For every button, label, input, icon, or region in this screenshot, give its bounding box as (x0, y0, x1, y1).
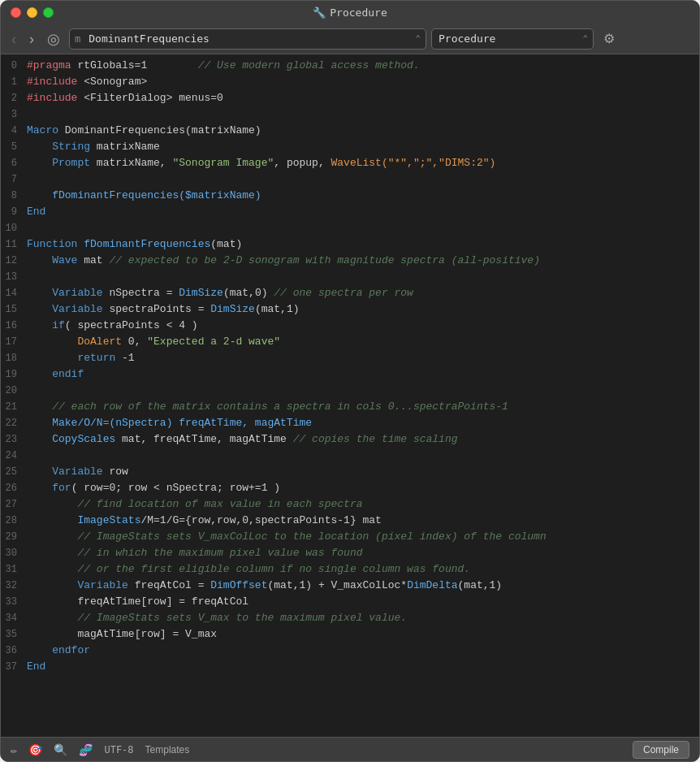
minimize-button[interactable] (27, 7, 37, 18)
line-content[interactable]: End (27, 659, 699, 675)
igor-icon[interactable]: 🧬 (79, 743, 93, 756)
toolbar: ‹ › ◎ m DominantFrequencies ⌃ Procedure … (1, 24, 699, 54)
line-number: 16 (1, 318, 27, 334)
line-content[interactable]: Macro DominantFrequencies(matrixName) (27, 123, 699, 139)
table-row: 15 Variable spectraPoints = DimSize(mat,… (1, 301, 699, 318)
line-content[interactable]: #include <Sonogram> (27, 74, 699, 90)
procedure-value: Procedure (432, 32, 577, 45)
line-content[interactable]: endfor (27, 643, 699, 659)
window-title: 🔧 Procedure (313, 6, 387, 19)
line-content[interactable]: return -1 (27, 350, 699, 366)
procedure-dropdown-icon[interactable]: ⌃ (577, 33, 593, 44)
code-editor[interactable]: 0#pragma rtGlobals=1 // Use modern globa… (1, 54, 699, 737)
main-window: 🔧 Procedure ‹ › ◎ m DominantFrequencies … (0, 0, 700, 762)
table-row: 8 fDominantFrequencies($matrixName) (1, 188, 699, 204)
line-content[interactable]: Variable nSpectra = DimSize(mat,0) // on… (27, 285, 699, 301)
title-bar: 🔧 Procedure (1, 1, 699, 24)
table-row: 2#include <FilterDialog> menus=0 (1, 90, 699, 106)
line-content[interactable]: freqAtTime[row] = freqAtCol (27, 594, 699, 610)
line-content[interactable]: Variable spectraPoints = DimSize(mat,1) (27, 301, 699, 318)
table-row: 3 (1, 106, 699, 123)
line-number: 29 (1, 529, 27, 545)
table-row: 10 (1, 220, 699, 236)
line-content[interactable]: Variable row (27, 464, 699, 480)
line-number: 19 (1, 366, 27, 383)
line-content[interactable]: #pragma rtGlobals=1 // Use modern global… (27, 58, 699, 74)
line-content[interactable]: #include <FilterDialog> menus=0 (27, 90, 699, 106)
line-number: 26 (1, 480, 27, 496)
line-content[interactable]: Make/O/N=(nSpectra) freqAtTime, magAtTim… (27, 415, 699, 431)
line-content[interactable]: Function fDominantFrequencies(mat) (27, 236, 699, 253)
target-icon[interactable]: 🎯 (28, 743, 42, 756)
line-content[interactable]: endif (27, 366, 699, 383)
forward-button[interactable]: › (25, 30, 38, 48)
table-row: 1#include <Sonogram> (1, 74, 699, 90)
line-content[interactable]: fDominantFrequencies($matrixName) (27, 188, 699, 204)
templates-button[interactable]: Templates (145, 744, 190, 756)
pencil-icon[interactable]: ✏️ (11, 743, 17, 756)
nav-select[interactable]: m DominantFrequencies ⌃ (69, 28, 426, 50)
line-number: 4 (1, 123, 27, 139)
table-row: 16 if( spectraPoints < 4 ) (1, 318, 699, 334)
line-number: 5 (1, 139, 27, 155)
line-number: 27 (1, 496, 27, 513)
line-content[interactable]: // in which the maximum pixel value was … (27, 545, 699, 561)
line-content[interactable]: for( row=0; row < nSpectra; row+=1 ) (27, 480, 699, 496)
line-number: 13 (1, 269, 27, 285)
line-content[interactable]: // or the first eligible column if no si… (27, 561, 699, 578)
line-content[interactable]: CopyScales mat, freqAtTime, magAtTime //… (27, 431, 699, 448)
table-row: 30 // in which the maximum pixel value w… (1, 545, 699, 561)
line-content[interactable]: // each row of the matrix contains a spe… (27, 399, 699, 415)
table-row: 4Macro DominantFrequencies(matrixName) (1, 123, 699, 139)
line-number: 17 (1, 334, 27, 350)
line-number: 11 (1, 236, 27, 253)
close-button[interactable] (11, 7, 21, 18)
line-number: 0 (1, 58, 27, 74)
table-row: 23 CopyScales mat, freqAtTime, magAtTime… (1, 431, 699, 448)
line-number: 21 (1, 399, 27, 415)
line-number: 32 (1, 578, 27, 594)
table-row: 14 Variable nSpectra = DimSize(mat,0) //… (1, 285, 699, 301)
table-row: 13 (1, 269, 699, 285)
table-row: 19 endif (1, 366, 699, 383)
line-content[interactable]: Prompt matrixName, "Sonogram Image", pop… (27, 155, 699, 171)
line-content[interactable]: ImageStats/M=1/G={row,row,0,spectraPoint… (27, 513, 699, 529)
line-content[interactable]: Variable freqAtCol = DimOffset(mat,1) + … (27, 578, 699, 594)
line-number: 2 (1, 90, 27, 106)
line-content[interactable]: End (27, 204, 699, 220)
procedure-select[interactable]: Procedure ⌃ (431, 28, 594, 50)
maximize-button[interactable] (43, 7, 54, 18)
line-content[interactable]: Wave mat // expected to be 2-D sonogram … (27, 253, 699, 269)
line-number: 8 (1, 188, 27, 204)
line-number: 15 (1, 301, 27, 318)
table-row: 7 (1, 171, 699, 188)
table-row: 17 DoAlert 0, "Expected a 2-d wave" (1, 334, 699, 350)
table-row: 35 magAtTime[row] = V_max (1, 626, 699, 643)
line-number: 23 (1, 431, 27, 448)
line-content[interactable]: String matrixName (27, 139, 699, 155)
compile-button[interactable]: Compile (633, 741, 689, 759)
line-content[interactable]: // find location of max value in each sp… (27, 496, 699, 513)
line-content[interactable]: if( spectraPoints < 4 ) (27, 318, 699, 334)
line-content[interactable]: // ImageStats sets V_max to the maximum … (27, 610, 699, 626)
traffic-lights (11, 7, 54, 18)
line-content[interactable]: magAtTime[row] = V_max (27, 626, 699, 643)
bookmark-button[interactable]: ◎ (43, 30, 64, 48)
procedure-icon: 🔧 (313, 6, 326, 19)
line-number: 30 (1, 545, 27, 561)
line-number: 10 (1, 220, 27, 236)
table-row: 36 endfor (1, 643, 699, 659)
nav-dropdown-icon[interactable]: ⌃ (410, 33, 426, 44)
line-number: 37 (1, 659, 27, 675)
gear-button[interactable]: ⚙ (598, 29, 620, 48)
line-content[interactable]: DoAlert 0, "Expected a 2-d wave" (27, 334, 699, 350)
table-row: 32 Variable freqAtCol = DimOffset(mat,1)… (1, 578, 699, 594)
line-number: 25 (1, 464, 27, 480)
table-row: 11Function fDominantFrequencies(mat) (1, 236, 699, 253)
line-content[interactable]: // ImageStats sets V_maxColLoc to the lo… (27, 529, 699, 545)
line-number: 12 (1, 253, 27, 269)
back-button[interactable]: ‹ (7, 30, 20, 48)
table-row: 9End (1, 204, 699, 220)
search-icon[interactable]: 🔍 (54, 743, 67, 756)
table-row: 18 return -1 (1, 350, 699, 366)
